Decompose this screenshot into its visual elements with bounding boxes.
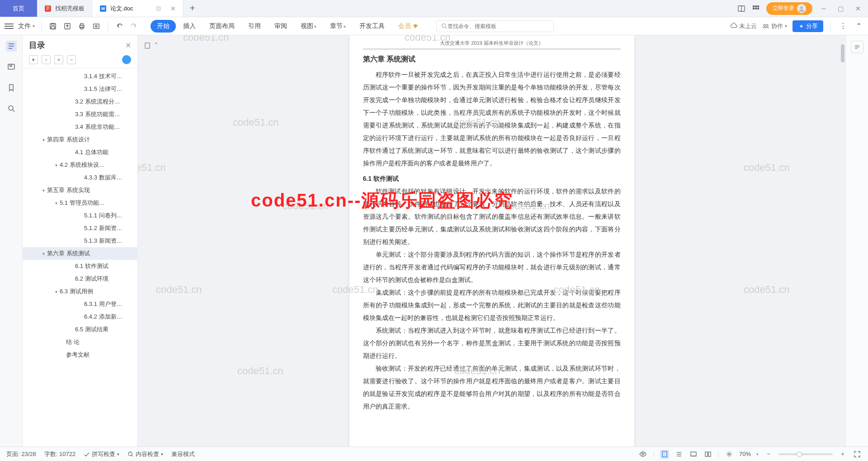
window-mode-icon[interactable]: ⊡ xyxy=(155,5,162,12)
document-area[interactable]: ▾ 大连交通大学 2019 届本科生毕业设计（论文） 第六章 系统测试 程序软件… xyxy=(138,35,845,447)
toc-item[interactable]: 6.2 测试环境 xyxy=(23,273,137,285)
share-button[interactable]: 分享 xyxy=(793,20,823,32)
search-box[interactable] xyxy=(436,20,554,32)
panel-toggle-icon[interactable] xyxy=(851,41,863,53)
tab-label: 找稻壳模板 xyxy=(55,5,85,13)
search-input[interactable] xyxy=(448,23,550,29)
toc-label: 5.1.3 新闻资… xyxy=(84,237,123,245)
menu-icon[interactable] xyxy=(5,24,14,29)
menu-1[interactable]: 插入 xyxy=(177,20,202,33)
tab-label: 论文.doc xyxy=(110,5,133,13)
svg-point-24 xyxy=(766,24,768,26)
save-icon[interactable] xyxy=(48,21,58,31)
outline-rail-icon[interactable] xyxy=(6,41,17,52)
new-tab-button[interactable]: + xyxy=(184,0,202,17)
redo-icon[interactable] xyxy=(129,21,139,31)
content-check[interactable]: 内容检查▾ xyxy=(127,450,163,458)
compat-mode[interactable]: 兼容模式 xyxy=(171,450,195,458)
zoom-value[interactable]: 70% xyxy=(739,451,751,457)
toc-item[interactable]: 6.5 测试结果 xyxy=(23,323,137,336)
word-count[interactable]: 字数: 10722 xyxy=(44,450,75,458)
toc-item[interactable]: ▾第五章 系统实现 xyxy=(23,184,137,197)
chevron-icon: ▾ xyxy=(40,251,47,256)
view-page-icon[interactable] xyxy=(660,450,669,459)
fit-icon[interactable] xyxy=(853,450,862,459)
menu-6[interactable]: 章节▾ xyxy=(324,20,352,33)
view-read-icon[interactable] xyxy=(703,450,712,459)
page-thumb-icon[interactable] xyxy=(142,41,152,51)
maximize-icon[interactable]: ▢ xyxy=(835,5,846,12)
menu-5[interactable]: 视图▾ xyxy=(294,20,323,33)
close-icon[interactable]: ✕ xyxy=(170,5,176,12)
bookmark-rail-icon[interactable] xyxy=(6,61,17,72)
menu-0[interactable]: 开始 xyxy=(151,20,176,33)
chevron-down-icon[interactable]: ▾ xyxy=(155,41,157,51)
toc-item[interactable]: ▾6.3 测试用例 xyxy=(23,285,137,298)
toc-item[interactable]: 6.4.2 添加新… xyxy=(23,310,137,323)
collab-button[interactable]: 协作▾ xyxy=(762,22,787,30)
tab-template[interactable]: 找稻壳模板 xyxy=(37,0,92,17)
toc-item[interactable]: 3.4 系统非功能… xyxy=(23,121,137,133)
search-rail-icon[interactable] xyxy=(6,103,17,114)
svg-rect-44 xyxy=(705,452,708,456)
apps-icon[interactable] xyxy=(752,5,760,13)
settings-icon[interactable] xyxy=(725,450,734,459)
toc-item[interactable]: 5.1.2 新闻资… xyxy=(23,222,137,235)
view-web-icon[interactable] xyxy=(689,450,698,459)
toc-item[interactable]: 4.1 总体功能 xyxy=(23,146,137,159)
plus-icon[interactable]: + xyxy=(54,55,63,64)
toc-item[interactable]: 4.3.3 数据库… xyxy=(23,171,137,184)
page-header: 大连交通大学 2019 届本科生毕业设计（论文） xyxy=(363,38,621,49)
page-indicator[interactable]: 页面: 23/28 xyxy=(6,450,36,458)
export-icon[interactable] xyxy=(62,21,72,31)
tab-home[interactable]: 首页 xyxy=(0,0,37,17)
outline-body[interactable]: 3.1.4 技术可…3.1.5 法律可…3.2 系统流程分…3.3 系统功能需…… xyxy=(23,68,137,447)
cloud-status[interactable]: 未上云 xyxy=(730,22,757,30)
minus-icon[interactable]: − xyxy=(67,55,76,64)
zoom-out-icon[interactable]: − xyxy=(764,450,773,459)
login-button[interactable]: 立即登录 xyxy=(766,2,812,15)
toc-item[interactable]: 结 论 xyxy=(23,336,137,348)
zoom-in-icon[interactable]: + xyxy=(838,450,847,459)
menu-7[interactable]: 开发工具 xyxy=(353,20,391,33)
toc-item[interactable]: 3.2 系统流程分… xyxy=(23,95,137,108)
toc-item[interactable]: 3.1.4 技术可… xyxy=(23,70,137,83)
tag-rail-icon[interactable] xyxy=(6,82,17,93)
toc-item[interactable]: 6.1 软件测试 xyxy=(23,260,137,273)
toc-label: 第六章 系统测试 xyxy=(47,249,90,258)
toc-item[interactable]: 3.1.5 法律可… xyxy=(23,83,137,95)
toc-item[interactable]: ▾第四章 系统设计 xyxy=(23,133,137,146)
menu-4[interactable]: 审阅 xyxy=(268,20,293,33)
close-panel-icon[interactable]: ✕ xyxy=(125,41,131,50)
toc-item[interactable]: ▾4.2 系统模块设… xyxy=(23,159,137,171)
expand-icon[interactable]: ▫ xyxy=(42,55,51,64)
toc-label: 6.2 测试环境 xyxy=(75,275,108,283)
toc-item[interactable]: ▾第六章 系统测试 xyxy=(23,247,137,260)
spell-check[interactable]: 拼写检查▾ xyxy=(84,450,119,458)
tab-doc[interactable]: W 论文.doc ⊡ ✕ xyxy=(92,0,184,17)
menu-2[interactable]: 页面布局 xyxy=(203,20,241,33)
collapse-all-icon[interactable]: ▾ xyxy=(29,55,38,64)
layout-icon[interactable] xyxy=(737,5,745,13)
collapse-icon[interactable]: ⌃ xyxy=(854,21,863,31)
eye-icon[interactable] xyxy=(638,450,647,459)
vertical-scrollbar[interactable] xyxy=(840,35,844,447)
more-icon[interactable]: ⋮ xyxy=(838,21,848,31)
toc-item[interactable]: 5.1.3 新闻资… xyxy=(23,235,137,247)
menu-8[interactable]: 会员 xyxy=(392,20,425,33)
close-window-icon[interactable]: ✕ xyxy=(853,5,863,12)
file-menu[interactable]: 文件▾ xyxy=(18,22,35,30)
toc-item[interactable]: ▾5.1 管理员功能… xyxy=(23,197,137,209)
toc-item[interactable]: 3.3 系统功能需… xyxy=(23,108,137,121)
zoom-slider[interactable] xyxy=(778,453,833,455)
menu-3[interactable]: 引用 xyxy=(242,20,267,33)
undo-icon[interactable] xyxy=(114,21,124,31)
toc-item[interactable]: 参考文献 xyxy=(23,348,137,361)
toc-item[interactable]: 5.1.1 问卷列… xyxy=(23,209,137,222)
preview-icon[interactable] xyxy=(91,21,101,31)
toc-item[interactable]: 6.3.1 用户登… xyxy=(23,298,137,310)
view-outline-icon[interactable] xyxy=(675,450,684,459)
ai-badge-icon[interactable] xyxy=(122,55,131,64)
print-icon[interactable] xyxy=(77,21,87,31)
minimize-icon[interactable]: ─ xyxy=(819,5,829,12)
